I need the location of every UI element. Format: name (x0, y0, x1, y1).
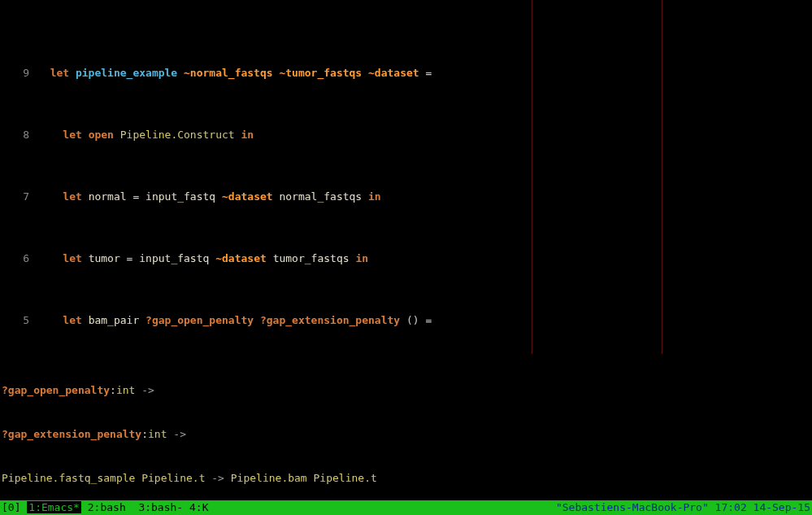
tmux-status-bar[interactable]: [0] 1:Emacs* 2:bash 3:bash- 4:K "Sebasti… (0, 500, 812, 515)
merlin-type-display: ?gap_open_penalty:int -> ?gap_extension_… (0, 354, 812, 500)
tmux-window-active[interactable]: 1:Emacs* (27, 501, 81, 513)
tmux-status-right: "Sebastiens-MacBook-Pro" 17:02 14-Sep-15 (556, 500, 810, 515)
tmux-windows[interactable]: [0] 1:Emacs* 2:bash 3:bash- 4:K (2, 500, 208, 515)
code-line[interactable]: 8 let open Pipeline.Construct in (5, 127, 812, 142)
code-line[interactable]: 5 let bam_pair ?gap_open_penalty ?gap_ex… (5, 312, 812, 328)
code-line[interactable]: 7 let normal = input_fastq ~dataset norm… (5, 189, 812, 204)
code-line[interactable]: 6 let tumor = input_fastq ~dataset tumor… (5, 251, 812, 266)
code-line[interactable]: 9 let pipeline_example ~normal_fastqs ~t… (5, 65, 812, 81)
line-number: 9 (5, 65, 29, 81)
